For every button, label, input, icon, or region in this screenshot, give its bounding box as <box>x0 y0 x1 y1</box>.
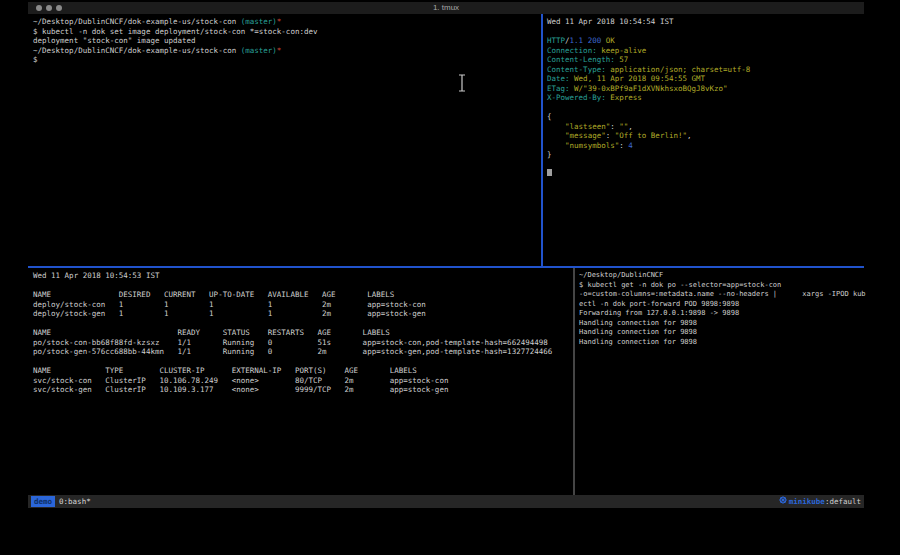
text-segment: 1.1 200 <box>570 36 602 45</box>
terminal-line: Handling connection for 9898 <box>579 319 868 329</box>
terminal-line: "message": "Off to Berlin!", <box>547 131 868 141</box>
terminal-line <box>547 27 868 37</box>
text-segment: NAME TYPE CLUSTER-IP EXTERNAL-IP PORT(S)… <box>33 366 417 375</box>
terminal-line: $ kubectl get -n dok po --selector=app=s… <box>579 281 868 291</box>
text-segment: svc/stock-con ClusterIP 10.106.78.249 <n… <box>33 376 448 385</box>
text-segment: ~/Desktop/DublinCNCF <box>579 271 663 279</box>
text-segment <box>33 357 38 366</box>
text-segment: deployment "stock-con" image updated <box>33 36 196 45</box>
terminal-line: svc/stock-con ClusterIP 10.106.78.249 <n… <box>33 376 578 386</box>
text-segment: ectl -n dok port-forward POD 9898:9898 <box>579 300 739 308</box>
text-segment: ~/Desktop/DublinCNCF/dok-example-us/stoc… <box>33 46 241 55</box>
text-cursor-icon <box>458 74 466 92</box>
terminal-line: { <box>547 112 868 122</box>
terminal-line: NAME DESIRED CURRENT UP-TO-DATE AVAILABL… <box>33 290 578 300</box>
text-segment: : <box>610 122 619 131</box>
terminal-line: po/stock-gen-576cc688bb-44kmn 1/1 Runnin… <box>33 347 578 357</box>
text-segment: W/"39-0xBPf9aF1dXVNkhsxoBQgJ8vKzo" <box>570 84 728 93</box>
text-segment: (master) <box>241 46 277 55</box>
terminal-line: NAME TYPE CLUSTER-IP EXTERNAL-IP PORT(S)… <box>33 366 578 376</box>
text-segment <box>547 160 552 169</box>
text-segment: Content-Length: <box>547 55 615 64</box>
terminal-line: ~/Desktop/DublinCNCF/dok-example-us/stoc… <box>33 17 546 27</box>
terminal-line: HTTP/1.1 200 OK <box>547 36 868 46</box>
window-tab[interactable]: 0:bash* <box>59 495 91 508</box>
titlebar[interactable]: 1. tmux <box>28 2 864 14</box>
text-segment: Content-Type: <box>547 65 606 74</box>
terminal-line: -o=custom-columns=:metadata.name --no-he… <box>579 290 868 300</box>
text-segment: "numsymbols" <box>547 141 619 150</box>
helm-wheel-icon <box>743 482 787 521</box>
text-segment: ETag: <box>547 84 570 93</box>
text-segment: Forwarding from 127.0.0.1:9898 -> 9898 <box>579 309 739 317</box>
terminal-line <box>33 357 578 367</box>
terminal-line: Handling connection for 9898 <box>579 328 868 338</box>
tmux-status-bar: demo 0:bash* minikube :default <box>28 495 864 508</box>
terminal-line: $ kubectl -n dok set image deployment/st… <box>33 27 546 37</box>
text-segment: "" <box>619 122 628 131</box>
terminal-line <box>547 169 868 179</box>
text-segment: po/stock-con-bb68f88fd-kzsxz 1/1 Running… <box>33 338 548 347</box>
text-segment: Wed 11 Apr 2018 10:54:54 IST <box>547 17 673 26</box>
text-segment: application/json; charset=utf-8 <box>606 65 751 74</box>
text-segment: Wed 11 Apr 2018 10:54:53 IST <box>33 271 159 280</box>
terminal-line: svc/stock-gen ClusterIP 10.109.3.177 <no… <box>33 385 578 395</box>
text-segment: Connection: <box>547 46 597 55</box>
text-segment: Handling connection for 9898 <box>579 328 697 336</box>
terminal-line: deploy/stock-gen 1 1 1 1 2m app=stock-ge… <box>33 309 578 319</box>
text-segment: NAME DESIRED CURRENT UP-TO-DATE AVAILABL… <box>33 290 394 299</box>
pane-kubectl-get-bottom-left[interactable]: Wed 11 Apr 2018 10:54:53 IST NAME DESIRE… <box>28 268 578 498</box>
text-segment: : <box>606 131 615 140</box>
text-segment: NAME READY STATUS RESTARTS AGE LABELS <box>33 328 390 337</box>
text-segment: Date: <box>547 74 570 83</box>
pane-port-forward-bottom-right[interactable]: ~/Desktop/DublinCNCF$ kubectl get -n dok… <box>575 268 868 498</box>
pane-http-response-top-right[interactable]: Wed 11 Apr 2018 10:54:54 IST HTTP/1.1 20… <box>543 14 868 269</box>
terminal-line <box>33 281 578 291</box>
text-segment: * <box>277 46 282 55</box>
text-segment <box>33 319 38 328</box>
text-segment: $ <box>33 55 38 64</box>
kube-namespace: :default <box>825 495 861 508</box>
text-segment: , <box>628 122 633 131</box>
terminal-line: ~/Desktop/DublinCNCF/dok-example-us/stoc… <box>33 46 546 56</box>
block-cursor <box>547 169 552 176</box>
text-segment: OK <box>606 36 615 45</box>
terminal-line: Forwarding from 127.0.0.1:9898 -> 9898 <box>579 309 868 319</box>
terminal-line: Wed 11 Apr 2018 10:54:54 IST <box>547 17 868 27</box>
kube-context: minikube <box>789 495 825 508</box>
terminal-window: 1. tmux ~/Desktop/DublinCNCF/dok-example… <box>28 2 864 508</box>
status-right: minikube :default <box>743 482 861 521</box>
terminal-line <box>547 160 868 170</box>
text-segment <box>33 281 38 290</box>
text-segment: deploy/stock-gen 1 1 1 1 2m app=stock-ge… <box>33 309 426 318</box>
terminal-line: Connection: keep-alive <box>547 46 868 56</box>
text-segment: 4 <box>628 141 633 150</box>
text-segment: "message" <box>547 131 606 140</box>
terminal-line: deployment "stock-con" image updated <box>33 36 546 46</box>
screen: { "window": { "title": "1. tmux" }, "sta… <box>0 0 900 555</box>
text-segment <box>547 103 552 112</box>
terminal-line: Wed 11 Apr 2018 10:54:53 IST <box>33 271 578 281</box>
text-segment: { <box>547 112 552 121</box>
text-segment: HTTP <box>547 36 565 45</box>
text-segment: "Off to Berlin!" <box>615 131 687 140</box>
text-segment: svc/stock-gen ClusterIP 10.109.3.177 <no… <box>33 385 448 394</box>
terminal-line: po/stock-con-bb68f88fd-kzsxz 1/1 Running… <box>33 338 578 348</box>
text-segment: deploy/stock-con 1 1 1 1 2m app=stock-co… <box>33 300 426 309</box>
text-segment: X-Powered-By: <box>547 93 606 102</box>
text-segment: : <box>619 141 628 150</box>
text-segment: $ kubectl get -n dok po --selector=app=s… <box>579 281 781 289</box>
window-title: 1. tmux <box>28 3 864 12</box>
terminal-line <box>33 319 578 329</box>
terminal-line: deploy/stock-con 1 1 1 1 2m app=stock-co… <box>33 300 578 310</box>
status-left: demo 0:bash* <box>31 495 91 508</box>
text-segment: Wed, 11 Apr 2018 09:54:55 GMT <box>570 74 705 83</box>
terminal-line: Date: Wed, 11 Apr 2018 09:54:55 GMT <box>547 74 868 84</box>
terminal-line: X-Powered-By: Express <box>547 93 868 103</box>
text-segment: "lastseen" <box>547 122 610 131</box>
terminal-line: "lastseen": "", <box>547 122 868 132</box>
terminal-line: NAME READY STATUS RESTARTS AGE LABELS <box>33 328 578 338</box>
terminal-line: $ <box>33 55 546 65</box>
text-segment: (master) <box>241 17 277 26</box>
pane-shell-top-left[interactable]: ~/Desktop/DublinCNCF/dok-example-us/stoc… <box>28 14 546 269</box>
